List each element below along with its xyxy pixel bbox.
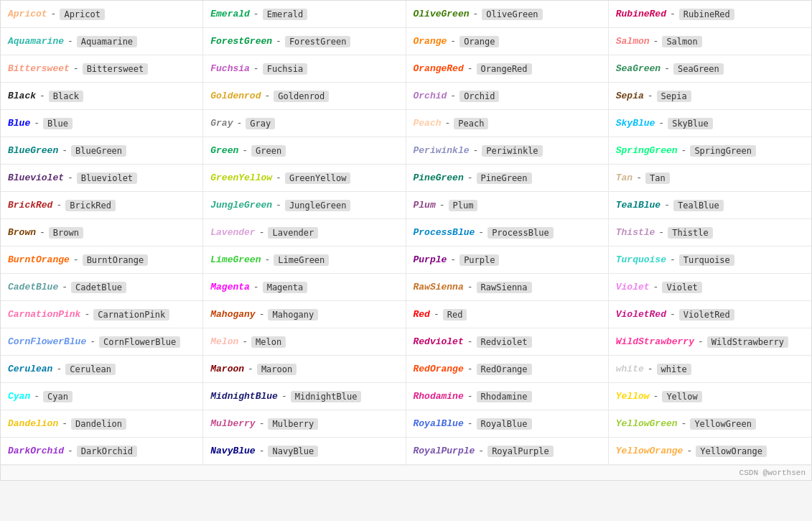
color-name-label: GreenYellow — [210, 172, 272, 183]
list-item: Rhodamine-Rhodamine — [406, 383, 609, 410]
separator: - — [259, 309, 265, 320]
color-name-label: white — [616, 364, 644, 374]
color-badge: Cyan — [43, 391, 73, 402]
color-badge: RoyalBlue — [477, 418, 532, 430]
color-badge: RubineRed — [679, 9, 734, 20]
color-badge: Magenta — [263, 282, 308, 293]
separator: - — [264, 91, 270, 101]
list-item: RedOrange-RedOrange — [406, 356, 609, 383]
separator: - — [276, 200, 281, 211]
color-name-label: Blue — [8, 118, 30, 129]
color-badge: Periwinkle — [482, 145, 542, 157]
color-badge: Purple — [459, 254, 499, 266]
separator: - — [658, 118, 664, 129]
separator: - — [253, 9, 259, 19]
list-item: OrangeRed-OrangeRed — [406, 55, 609, 83]
separator: - — [259, 418, 265, 429]
color-name-label: Lavender — [210, 227, 255, 238]
list-item: Blueviolet-Blueviolet — [1, 165, 203, 192]
color-badge: ForestGreen — [285, 36, 350, 47]
color-name-label: Melon — [210, 336, 238, 347]
list-item: Black-Black — [1, 83, 203, 110]
color-name-label: SeaGreen — [616, 63, 661, 74]
list-item: Lavender-Lavender — [203, 219, 406, 246]
color-badge: Orchid — [459, 91, 499, 102]
color-badge: Apricot — [60, 9, 105, 20]
color-badge: CadetBlue — [71, 282, 126, 293]
list-item: CarnationPink-CarnationPink — [1, 301, 203, 328]
separator: - — [653, 391, 659, 402]
list-item: NavyBlue-NavyBlue — [203, 438, 406, 465]
color-name-label: MidnightBlue — [210, 391, 278, 402]
list-item: ForestGreen-ForestGreen — [203, 28, 406, 55]
list-item: CadetBlue-CadetBlue — [1, 274, 203, 301]
list-item: WildStrawberry-WildStrawberry — [609, 328, 811, 356]
separator: - — [34, 118, 39, 129]
list-item: Peach-Peach — [406, 110, 609, 137]
list-item: RoyalBlue-RoyalBlue — [406, 410, 609, 438]
list-item: Mahogany-Mahogany — [203, 301, 406, 328]
separator: - — [34, 391, 39, 402]
list-item: Green-Green — [203, 137, 406, 165]
separator: - — [281, 391, 287, 402]
color-name-label: LimeGreen — [210, 254, 261, 265]
color-name-label: Yellow — [616, 391, 650, 402]
separator: - — [253, 63, 259, 74]
color-badge: LimeGreen — [274, 254, 329, 266]
list-item: JungleGreen-JungleGreen — [203, 192, 406, 219]
color-badge: Plum — [449, 200, 478, 211]
color-name-label: Sepia — [616, 91, 644, 101]
separator: - — [242, 145, 248, 156]
color-badge: GreenYellow — [285, 172, 350, 184]
list-item: SpringGreen-SpringGreen — [609, 137, 811, 165]
color-name-label: Bittersweet — [8, 63, 70, 74]
separator: - — [698, 336, 704, 347]
color-badge: Dandelion — [71, 418, 126, 430]
color-badge: Yellow — [662, 391, 701, 402]
list-item: Plum-Plum — [406, 192, 609, 219]
list-item: Mulberry-Mulberry — [203, 410, 406, 438]
list-item: VioletRed-VioletRed — [609, 301, 811, 328]
color-badge: Black — [49, 91, 83, 102]
color-badge: Fuchsia — [263, 63, 308, 75]
list-item: Apricot-Apricot — [1, 1, 203, 28]
color-name-label: RoyalBlue — [414, 418, 464, 429]
color-badge: Orange — [459, 36, 499, 47]
color-badge: white — [657, 364, 691, 375]
separator: - — [67, 446, 73, 456]
color-badge: PineGreen — [477, 172, 532, 184]
separator: - — [434, 309, 439, 320]
separator: - — [653, 36, 659, 47]
color-name-label: Orchid — [414, 91, 447, 101]
color-name-label: Fuchsia — [210, 63, 250, 74]
color-badge: CarnationPink — [93, 309, 169, 321]
list-item: Cyan-Cyan — [1, 383, 203, 410]
color-badge: WildStrawberry — [707, 336, 788, 348]
color-name-label: NavyBlue — [210, 446, 255, 456]
separator: - — [253, 282, 259, 292]
color-name-label: Purple — [414, 254, 447, 265]
color-badge: MidnightBlue — [291, 391, 362, 402]
color-name-label: Brown — [8, 227, 36, 238]
color-name-label: DarkOrchid — [8, 446, 64, 456]
color-badge: BlueGreen — [71, 145, 126, 157]
separator: - — [467, 172, 473, 183]
list-item: PineGreen-PineGreen — [406, 165, 609, 192]
separator: - — [681, 418, 687, 429]
color-badge: Maroon — [257, 364, 297, 375]
separator: - — [439, 200, 445, 211]
list-item: BrickRed-BrickRed — [1, 192, 203, 219]
color-name-label: YellowGreen — [616, 418, 678, 429]
color-name-label: Mahogany — [210, 309, 255, 320]
separator: - — [467, 391, 473, 402]
list-item: RubineRed-RubineRed — [609, 1, 811, 28]
color-badge: BurntOrange — [83, 254, 148, 266]
separator: - — [653, 282, 659, 292]
color-badge: Tan — [645, 172, 670, 184]
separator: - — [90, 336, 95, 347]
separator: - — [73, 254, 79, 265]
list-item: GreenYellow-GreenYellow — [203, 165, 406, 192]
color-badge: Turquoise — [679, 254, 734, 266]
list-item: Redviolet-Redviolet — [406, 328, 609, 356]
color-name-label: Black — [8, 91, 36, 101]
